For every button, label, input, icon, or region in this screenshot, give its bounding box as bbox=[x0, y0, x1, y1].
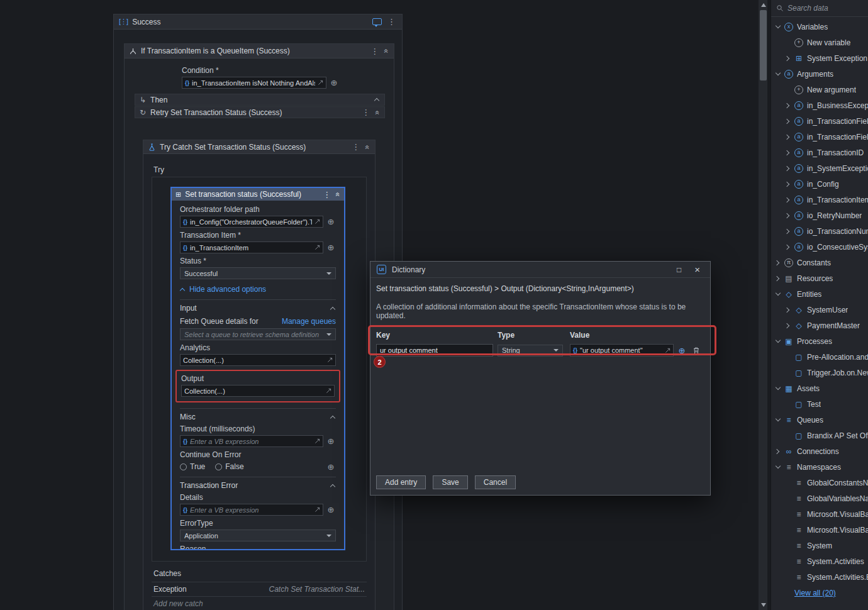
view-all-link[interactable]: View all (20) bbox=[771, 585, 868, 597]
sidebar-item-argument[interactable]: aio_RetryNumber bbox=[771, 208, 868, 223]
chevron-down-icon[interactable] bbox=[775, 24, 781, 30]
collapse-section-icon[interactable] bbox=[330, 306, 336, 311]
scroll-down-icon[interactable] bbox=[761, 603, 766, 607]
sidebar-item-assets[interactable]: ▦Assets bbox=[771, 380, 868, 396]
delete-entry-icon[interactable] bbox=[693, 347, 700, 355]
scrollbar-thumb[interactable] bbox=[760, 10, 767, 80]
sequence-success-header[interactable]: [⋮] Success ⋮ bbox=[114, 14, 402, 30]
chevron-right-icon[interactable] bbox=[785, 197, 791, 202]
status-dropdown[interactable]: Successful bbox=[180, 267, 336, 279]
sidebar-item-namespace[interactable]: ≡GlobalVariablesName bbox=[771, 491, 868, 506]
errortype-dropdown[interactable]: Application bbox=[180, 530, 336, 541]
retry-activity-bar[interactable]: ↻ Retry Set Transaction Status (Success)… bbox=[135, 106, 385, 118]
expand-editor-icon[interactable] bbox=[314, 245, 320, 250]
expand-editor-icon[interactable] bbox=[665, 348, 670, 353]
add-expression-icon[interactable]: ⊕ bbox=[677, 347, 687, 355]
close-icon[interactable]: × bbox=[691, 264, 704, 275]
sidebar-item-entity[interactable]: ◇PaymentMaster bbox=[771, 318, 868, 333]
hide-advanced-options-link[interactable]: Hide advanced options bbox=[180, 285, 336, 294]
sidebar-item-entities[interactable]: ◇Entities bbox=[771, 286, 868, 302]
chevron-right-icon[interactable] bbox=[785, 118, 791, 124]
expand-editor-icon[interactable] bbox=[327, 357, 333, 363]
chevron-right-icon[interactable] bbox=[785, 307, 791, 313]
radio-true[interactable]: True bbox=[180, 462, 205, 471]
collapse-section-icon[interactable] bbox=[330, 483, 336, 489]
chevron-down-icon[interactable] bbox=[775, 291, 781, 297]
condition-expression-field[interactable]: {} in_TransactionItem isNot Nothing AndA… bbox=[182, 77, 326, 89]
chevron-right-icon[interactable] bbox=[775, 260, 781, 265]
sidebar-item-namespace[interactable]: ≡GlobalConstantsName bbox=[771, 475, 868, 491]
sidebar-item-namespace[interactable]: ≡Microsoft.VisualBasic bbox=[771, 506, 868, 522]
misc-section-header[interactable]: Misc bbox=[180, 408, 336, 421]
chevron-right-icon[interactable] bbox=[785, 244, 791, 250]
chevron-down-icon[interactable] bbox=[775, 385, 781, 391]
chevron-right-icon[interactable] bbox=[785, 103, 791, 108]
set-status-header[interactable]: ⊞ Set transaction status (Successful) ⋮ … bbox=[172, 188, 344, 201]
sidebar-item-queue[interactable]: ▢Brandix AP Set Off bbox=[771, 428, 868, 443]
collapse-section-icon[interactable] bbox=[330, 414, 336, 420]
sidebar-item-argument[interactable]: ain_TransactionItem bbox=[771, 192, 868, 208]
kebab-menu-icon[interactable]: ⋮ bbox=[369, 47, 380, 55]
chevron-right-icon[interactable] bbox=[785, 181, 791, 187]
add-new-catch-link[interactable]: Add new catch bbox=[152, 596, 367, 610]
add-expression-icon[interactable]: ⊕ bbox=[329, 79, 339, 87]
collapse-icon[interactable]: « bbox=[374, 110, 382, 114]
add-expression-icon[interactable]: ⊕ bbox=[326, 218, 336, 226]
chevron-right-icon[interactable] bbox=[785, 165, 791, 171]
search-input[interactable] bbox=[787, 4, 863, 13]
then-section-bar[interactable]: ↳ Then bbox=[135, 94, 385, 106]
sidebar-item-argument[interactable]: ain_Config bbox=[771, 176, 868, 192]
transaction-error-section-header[interactable]: Transaction Error bbox=[180, 477, 336, 490]
sidebar-item-process[interactable]: ▢Trigger.Job.on.New.En bbox=[771, 365, 868, 380]
sidebar-item-constants[interactable]: πConstants bbox=[771, 255, 868, 270]
chevron-down-icon[interactable] bbox=[775, 71, 781, 77]
cancel-button[interactable]: Cancel bbox=[475, 475, 516, 489]
analytics-collection-field[interactable]: Collection(...) bbox=[180, 354, 336, 366]
sidebar-item-argument[interactable]: aio_ConsecutiveSystem bbox=[771, 239, 868, 255]
sidebar-item-argument[interactable]: ain_TransactionID bbox=[771, 145, 868, 160]
sidebar-item-entity[interactable]: ◇SystemUser bbox=[771, 302, 868, 318]
set-transaction-status-activity[interactable]: ⊞ Set transaction status (Successful) ⋮ … bbox=[170, 187, 345, 550]
chevron-down-icon[interactable] bbox=[775, 338, 781, 344]
entry-value-field[interactable]: {} "ur output comment" bbox=[570, 344, 674, 357]
chevron-down-icon[interactable] bbox=[775, 417, 781, 423]
kebab-menu-icon[interactable]: ⋮ bbox=[386, 18, 397, 26]
sidebar-item-system-exception[interactable]: ⊞System Exception bbox=[771, 50, 868, 66]
sidebar-item-new-variable[interactable]: +New variable bbox=[771, 35, 868, 50]
entry-key-input[interactable] bbox=[376, 344, 493, 357]
maximize-icon[interactable]: □ bbox=[673, 265, 685, 274]
sidebar-item-queues[interactable]: ≡Queues bbox=[771, 412, 868, 428]
scroll-up-icon[interactable] bbox=[761, 3, 766, 7]
entry-type-dropdown[interactable]: String bbox=[498, 345, 563, 357]
chevron-right-icon[interactable] bbox=[785, 228, 791, 234]
sidebar-item-argument[interactable]: ain_SystemException bbox=[771, 160, 868, 176]
kebab-menu-icon[interactable]: ⋮ bbox=[360, 108, 371, 116]
transaction-item-field[interactable]: {} in_TransactionItem bbox=[180, 241, 323, 253]
expand-editor-icon[interactable] bbox=[314, 507, 320, 513]
dialog-titlebar[interactable]: UI Dictionary □ × bbox=[370, 262, 710, 278]
sidebar-item-asset[interactable]: ▢Test bbox=[771, 396, 868, 412]
sidebar-item-namespace[interactable]: ≡System.Activities.Expr bbox=[771, 569, 868, 585]
chevron-right-icon[interactable] bbox=[785, 150, 791, 155]
if-activity-header[interactable]: If TransactionItem is a QueueItem (Succe… bbox=[125, 44, 394, 58]
expand-editor-icon[interactable] bbox=[314, 219, 320, 225]
collapse-icon[interactable]: « bbox=[364, 145, 372, 149]
chevron-right-icon[interactable] bbox=[775, 275, 781, 281]
sidebar-item-namespace[interactable]: ≡System bbox=[771, 538, 868, 553]
add-expression-icon[interactable]: ⊕ bbox=[326, 437, 336, 445]
search-bar[interactable] bbox=[771, 0, 868, 17]
queue-select-dropdown[interactable]: Select a queue to retrieve schema defini… bbox=[180, 328, 336, 340]
add-expression-icon[interactable]: ⊕ bbox=[326, 243, 336, 252]
radio-icon[interactable] bbox=[180, 463, 187, 470]
collapse-section-icon[interactable] bbox=[374, 97, 380, 103]
sidebar-item-namespaces[interactable]: ≡Namespaces bbox=[771, 459, 868, 475]
chevron-right-icon[interactable] bbox=[785, 323, 791, 328]
chevron-down-icon[interactable] bbox=[775, 464, 781, 470]
radio-icon[interactable] bbox=[215, 463, 222, 470]
add-expression-icon[interactable]: ⊕ bbox=[326, 506, 336, 514]
exception-catch-row[interactable]: Exception Catch Set Transaction Stat... bbox=[152, 582, 367, 596]
add-expression-icon[interactable]: ⊕ bbox=[326, 463, 336, 471]
output-collection-field[interactable]: Collection(...) bbox=[181, 385, 335, 397]
sidebar-item-argument[interactable]: ain_TransactionField1 bbox=[771, 113, 868, 129]
input-section-header[interactable]: Input bbox=[180, 299, 336, 313]
